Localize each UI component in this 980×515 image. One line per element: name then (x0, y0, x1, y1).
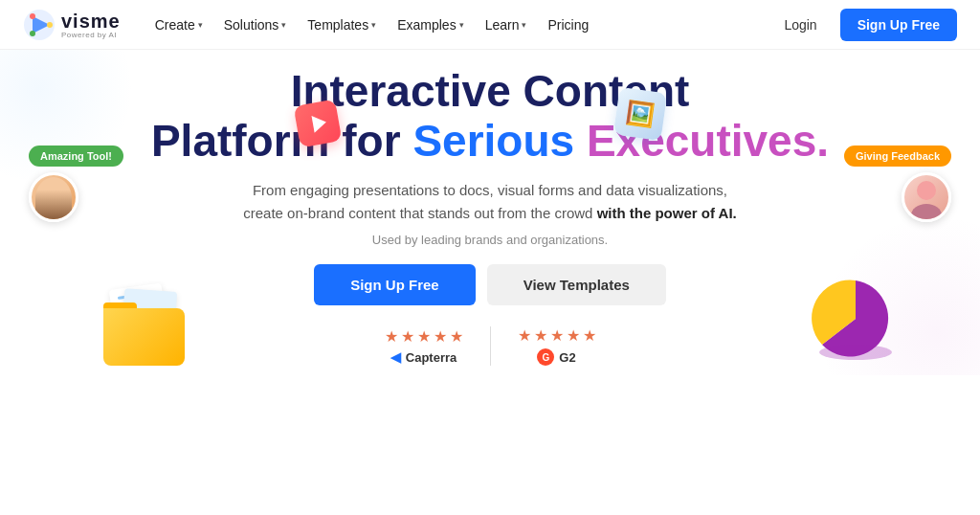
svg-point-3 (47, 22, 53, 28)
svg-point-4 (30, 31, 35, 36)
capterra-brand: ◀ Capterra (390, 349, 457, 365)
logo-powered: Powered by AI (61, 31, 121, 39)
chevron-down-icon: ▾ (522, 20, 526, 30)
capterra-stars: ★ ★ ★ ★ ★ (385, 327, 463, 346)
hero-title: Interactive Content Platform for Serious… (19, 67, 961, 166)
capterra-rating: ★ ★ ★ ★ ★ ◀ Capterra (358, 327, 490, 365)
g2-stars: ★ ★ ★ ★ ★ (518, 326, 596, 345)
nav-learn[interactable]: Learn ▾ (478, 11, 535, 38)
chevron-down-icon: ▾ (371, 20, 376, 30)
nav-templates[interactable]: Templates ▾ (300, 11, 384, 38)
hero-templates-button[interactable]: View Templates (487, 264, 666, 305)
g2-rating: ★ ★ ★ ★ ★ G G2 (490, 326, 623, 366)
chevron-down-icon: ▾ (281, 20, 286, 30)
nav-pricing[interactable]: Pricing (540, 11, 596, 38)
nav-examples[interactable]: Examples ▾ (390, 11, 471, 38)
nav-create[interactable]: Create ▾ (147, 11, 211, 38)
hero-subtitle: From engaging presentations to docs, vis… (241, 179, 739, 225)
hero-signup-button[interactable]: Sign Up Free (314, 264, 476, 305)
ratings-row: ★ ★ ★ ★ ★ ◀ Capterra ★ ★ ★ ★ ★ G G2 (19, 326, 961, 366)
chevron-down-icon: ▾ (459, 20, 464, 30)
capterra-logo-icon: ◀ (390, 349, 401, 365)
avatar-right (902, 172, 951, 222)
navbar: visme Powered by AI Create ▾ Solutions ▾… (0, 0, 980, 50)
logo[interactable]: visme Powered by AI (23, 9, 121, 41)
avatar-left (29, 172, 78, 222)
g2-logo-icon: G (537, 348, 554, 366)
hero-buttons: Sign Up Free View Templates (19, 264, 961, 305)
svg-point-2 (30, 13, 35, 19)
login-button[interactable]: Login (772, 11, 828, 38)
chevron-down-icon: ▾ (198, 20, 203, 30)
g2-brand: G G2 (537, 348, 575, 366)
nav-right: Login Sign Up Free (772, 9, 957, 41)
visme-logo-icon (23, 9, 56, 41)
logo-text: visme (61, 11, 121, 33)
svg-point-5 (917, 181, 936, 200)
nav-signup-button[interactable]: Sign Up Free (840, 9, 957, 41)
nav-solutions[interactable]: Solutions ▾ (216, 11, 295, 38)
hero-used-by: Used by leading brands and organizations… (19, 233, 961, 247)
svg-point-6 (911, 204, 942, 219)
hero-section: 🖼️ Amazing Tool! Giving Feedback Interac… (0, 50, 980, 375)
nav-links: Create ▾ Solutions ▾ Templates ▾ Example… (147, 11, 773, 38)
